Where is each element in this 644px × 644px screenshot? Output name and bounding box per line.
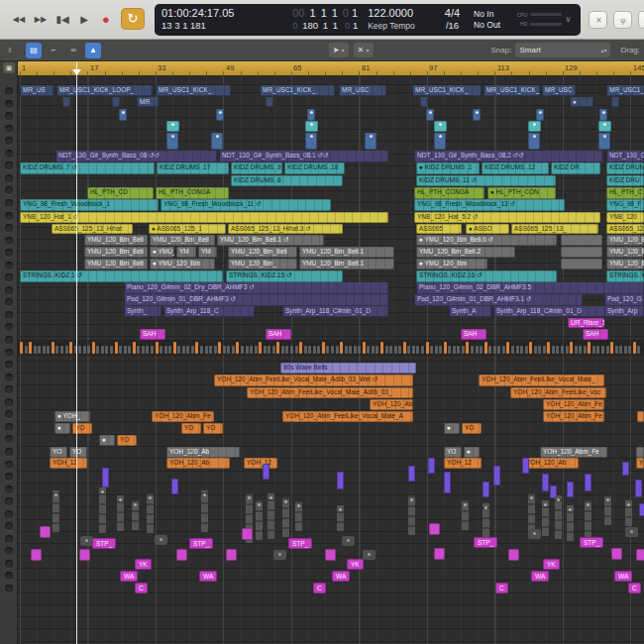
region[interactable]: ● HL_PTH_CON: [487, 187, 556, 199]
lcd-display[interactable]: 01:00:24:17.05 13 3 1 181 00 1 1 1 0 180…: [155, 4, 581, 36]
muted-note-region[interactable]: [483, 503, 489, 537]
region[interactable]: STRINGS. KIDZ.16 ↺: [416, 270, 557, 282]
region[interactable]: YMU_120_B: [606, 235, 644, 246]
region[interactable]: KIDZ DRUMS .11 ↺: [416, 175, 556, 186]
fx-region-label[interactable]: C: [313, 583, 326, 593]
region[interactable]: YO: [50, 447, 67, 458]
region[interactable]: NDT_130_G#_Synth_Bass_08.2 ↺↺: [414, 151, 603, 162]
region[interactable]: ASS065_125_13_Hihat: [52, 224, 133, 234]
muted-note-region[interactable]: [132, 500, 139, 530]
region[interactable]: [119, 109, 127, 121]
region[interactable]: YOH_120_Abm_FeelLike_Vocal_Male_Adlib_03…: [214, 375, 413, 386]
region[interactable]: ● YMU_: [150, 247, 174, 258]
track-enable-dot[interactable]: [5, 547, 13, 555]
division[interactable]: /16: [437, 20, 468, 32]
region[interactable]: YMU_120_Bm_Bell: [84, 259, 148, 269]
region[interactable]: Synth_Arp: [604, 306, 644, 317]
region[interactable]: ● YMU_120_Bm: [150, 259, 215, 269]
track-enable-dot[interactable]: [5, 374, 13, 381]
region[interactable]: YO: [444, 447, 462, 458]
region[interactable]: KIDZ DRUMS .12: [482, 162, 549, 174]
fx-region-label[interactable]: C: [628, 583, 641, 593]
track-enable-dot[interactable]: [5, 273, 13, 281]
region[interactable]: [365, 133, 376, 150]
region[interactable]: HL_PTH_CONGA: [414, 187, 484, 199]
pointer-tool-button[interactable]: ➤ ▾: [329, 43, 349, 57]
track-enable-dot[interactable]: [5, 174, 13, 182]
region[interactable]: [305, 133, 317, 150]
region[interactable]: KIDZ DRU: [606, 175, 644, 186]
region[interactable]: [434, 121, 447, 132]
region[interactable]: Y: [636, 458, 644, 469]
track-enable-dot[interactable]: [5, 510, 13, 518]
region[interactable]: [636, 447, 644, 458]
fx-region-label[interactable]: STP_: [580, 537, 603, 548]
track-enable-dot[interactable]: [5, 150, 13, 158]
track-enable-dot[interactable]: [5, 298, 13, 306]
region[interactable]: YOH_120_Abm_FeelLike_Vocal_Male_A: [282, 411, 413, 422]
region[interactable]: Pad_120_G#min_01_DBR_AHMF3 ↺: [124, 294, 388, 306]
loop-browser-button[interactable]: ∞: [65, 43, 81, 58]
track-enable-dot[interactable]: [5, 585, 13, 592]
fx-region-label[interactable]: WA: [332, 571, 350, 582]
fx-region[interactable]: [79, 549, 90, 561]
region[interactable]: ● YMU_120_Bm_Bell.6 ↺: [416, 235, 557, 246]
region[interactable]: ASS065_125_13_: [511, 224, 598, 234]
region[interactable]: MR_USC1_: [606, 85, 644, 96]
master-bypass-button[interactable]: ✕: [589, 11, 607, 29]
midi-note-region[interactable]: [428, 458, 435, 474]
muted-note-region[interactable]: [268, 493, 274, 539]
track-enable-dot[interactable]: [5, 497, 13, 505]
play-button[interactable]: ▶: [73, 8, 95, 32]
metronome-button[interactable]: ▲: [85, 43, 101, 58]
track-enable-dot[interactable]: [5, 125, 13, 133]
track-enable-dot[interactable]: [5, 100, 13, 108]
lcd-chevron-icon[interactable]: ∨: [563, 15, 574, 25]
region[interactable]: YMU_120_Bm_Bell: [84, 235, 148, 246]
region[interactable]: Pad_120_G: [604, 294, 644, 306]
muted-note-region[interactable]: [147, 493, 154, 533]
track-enable-dot[interactable]: [5, 572, 13, 580]
region[interactable]: YNB_120: [606, 212, 644, 223]
region[interactable]: YMU_120_B: [606, 259, 644, 269]
fx-region-label[interactable]: STP_: [92, 538, 116, 549]
tuner-button[interactable]: ψ: [613, 11, 632, 29]
midi-note-region[interactable]: [542, 474, 549, 491]
region[interactable]: YOH_120_Ab: [166, 447, 240, 458]
muted-note-region[interactable]: [117, 495, 124, 531]
muted-note-region[interactable]: [256, 500, 263, 540]
region[interactable]: MR_USC1_KICK_: [156, 85, 231, 96]
region[interactable]: ASS065: [416, 224, 462, 234]
region[interactable]: ●: [99, 435, 115, 446]
region[interactable]: YNG_98_F: [606, 199, 644, 211]
region[interactable]: YOH_12: [244, 458, 277, 469]
region[interactable]: STRINGS. K: [606, 270, 644, 282]
region[interactable]: YOH_120_Abm_FeelLike_Vocal_Male_Adlib_03…: [247, 387, 413, 398]
time-signature[interactable]: 4/4: [437, 7, 468, 21]
region[interactable]: ● KIDZ DRUMS .1: [416, 162, 480, 174]
region[interactable]: [536, 109, 544, 121]
region[interactable]: YOH_120_Ab: [166, 458, 230, 469]
region[interactable]: Synth_: [124, 306, 161, 317]
midi-note-region[interactable]: [171, 479, 178, 494]
region[interactable]: ●: [444, 423, 460, 434]
track-enable-dot[interactable]: [5, 448, 13, 456]
track-enable-dot[interactable]: [5, 485, 13, 493]
fx-region-label[interactable]: YK: [543, 559, 560, 570]
region[interactable]: MR_USC1_KICK_: [483, 85, 540, 96]
fx-region[interactable]: [325, 549, 336, 561]
region[interactable]: SAH: [266, 329, 291, 340]
track-enable-dot[interactable]: [5, 361, 13, 369]
muted-fx-region[interactable]: [363, 550, 376, 560]
muted-note-region[interactable]: [555, 495, 562, 539]
fx-region[interactable]: [434, 548, 445, 560]
fx-region-label[interactable]: STP_: [288, 538, 312, 549]
midi-note-region[interactable]: [483, 482, 489, 497]
track-enable-dot[interactable]: [5, 186, 13, 194]
region[interactable]: YMU_120_Bm: [606, 247, 644, 258]
region[interactable]: YMU_120_Bm_Bell.1: [299, 247, 394, 258]
region[interactable]: YOH_120_Abm_FeelLike_Vocal_Male_: [479, 375, 604, 386]
region[interactable]: KIDZ DRUMS .17: [157, 162, 229, 174]
muted-fx-region[interactable]: [342, 536, 355, 546]
fx-region[interactable]: [611, 548, 622, 560]
